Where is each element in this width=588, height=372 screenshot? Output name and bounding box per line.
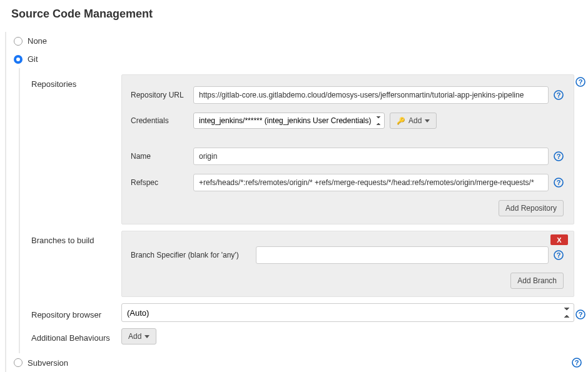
- branch-spec-label: Branch Specifier (blank for 'any'): [131, 251, 256, 259]
- delete-branch-button[interactable]: X: [550, 234, 568, 245]
- svg-text:?: ?: [557, 179, 561, 186]
- credentials-select[interactable]: integ_jenkins/****** (integ_jenkins User…: [193, 113, 385, 129]
- git-config: Repositories Repository URL ? Credential…: [19, 68, 588, 353]
- help-icon[interactable]: ?: [554, 250, 564, 260]
- scm-content: None Git Repositories Repository URL ?: [5, 32, 588, 372]
- repositories-label: Repositories: [31, 74, 121, 89]
- branches-label: Branches to build: [31, 231, 121, 245]
- svg-text:?: ?: [557, 153, 561, 160]
- repo-browser-row: Repository browser (Auto) ?: [31, 303, 588, 322]
- repo-browser-select[interactable]: (Auto): [121, 303, 574, 322]
- refspec-row: Refspec ?: [131, 174, 564, 191]
- branch-spec-input[interactable]: [256, 246, 549, 264]
- key-icon: 🔑: [397, 117, 405, 125]
- add-behaviour-label: Add: [128, 332, 141, 341]
- repositories-block: Repositories Repository URL ? Credential…: [31, 74, 588, 224]
- credentials-row: Credentials integ_jenkins/****** (integ_…: [131, 113, 564, 129]
- repo-url-label: Repository URL: [131, 91, 193, 99]
- additional-behaviours-row: Additional Behaviours Add: [31, 328, 588, 344]
- help-icon[interactable]: ?: [572, 358, 582, 368]
- additional-behaviours-label: Additional Behaviours: [31, 330, 121, 343]
- add-behaviour-button[interactable]: Add: [121, 328, 156, 344]
- add-branch-button[interactable]: Add Branch: [510, 273, 564, 289]
- radio-none-label: None: [28, 36, 47, 46]
- help-icon[interactable]: ?: [554, 90, 564, 100]
- scm-option-subversion-row: Subversion ?: [13, 353, 588, 372]
- branches-panel: X Branch Specifier (blank for 'any') ? A…: [121, 231, 574, 297]
- repo-url-input[interactable]: [193, 86, 549, 104]
- radio-git-label: Git: [28, 54, 38, 64]
- help-icon[interactable]: ?: [554, 151, 564, 161]
- svg-text:?: ?: [575, 359, 579, 366]
- refspec-input[interactable]: [193, 174, 549, 191]
- branches-block: Branches to build X Branch Specifier (bl…: [31, 231, 588, 297]
- svg-text:?: ?: [557, 91, 561, 99]
- radio-subversion-label: Subversion: [28, 358, 68, 368]
- section-title: Source Code Management: [0, 0, 588, 32]
- add-credentials-button[interactable]: 🔑 Add: [390, 113, 437, 129]
- scm-option-subversion[interactable]: Subversion: [14, 358, 68, 368]
- scm-option-none[interactable]: None: [13, 32, 588, 50]
- help-icon[interactable]: ?: [575, 77, 585, 87]
- chevron-down-icon: [425, 119, 430, 123]
- help-icon[interactable]: ?: [575, 309, 585, 319]
- name-row: Name ?: [131, 148, 564, 165]
- help-icon[interactable]: ?: [554, 178, 564, 188]
- svg-text:?: ?: [557, 251, 561, 259]
- refspec-label: Refspec: [131, 178, 193, 187]
- svg-text:?: ?: [579, 311, 583, 318]
- add-credentials-label: Add: [408, 116, 422, 125]
- name-label: Name: [131, 152, 193, 161]
- repo-browser-label: Repository browser: [31, 306, 121, 319]
- branch-spec-row: Branch Specifier (blank for 'any') ?: [131, 246, 564, 264]
- radio-none[interactable]: [14, 37, 23, 46]
- scm-option-git[interactable]: Git: [13, 50, 588, 68]
- svg-text:?: ?: [579, 78, 583, 86]
- chevron-down-icon: [144, 335, 150, 338]
- radio-git[interactable]: [14, 55, 23, 64]
- repo-url-row: Repository URL ?: [131, 86, 564, 104]
- name-input[interactable]: [193, 148, 549, 165]
- add-repository-button[interactable]: Add Repository: [499, 200, 564, 216]
- repositories-panel: Repository URL ? Credentials integ_jenki…: [121, 74, 574, 224]
- radio-subversion[interactable]: [14, 358, 23, 367]
- credentials-label: Credentials: [131, 116, 193, 125]
